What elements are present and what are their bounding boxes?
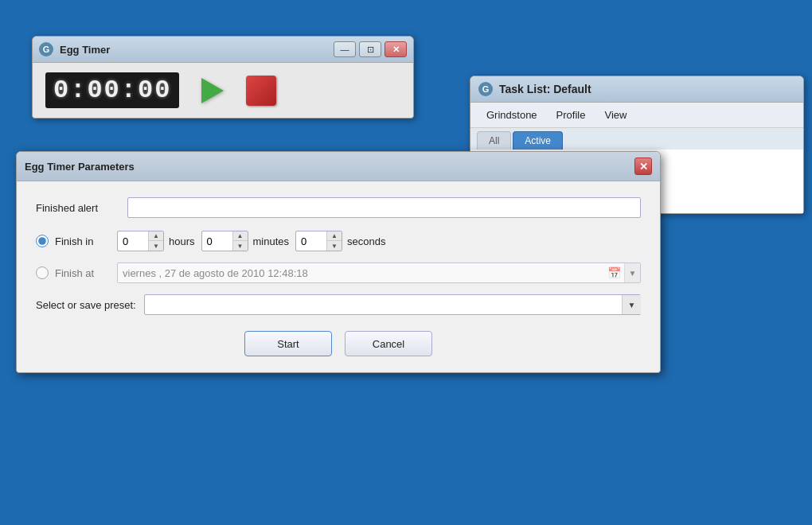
buttons-row: Start Cancel [36,331,641,356]
params-title: Egg Timer Parameters [25,161,628,173]
tasklist-title: Task List: Default [499,83,795,95]
hours-input[interactable] [118,231,148,251]
seconds-down[interactable]: ▼ [327,241,342,251]
hours-up[interactable]: ▲ [149,231,163,241]
egg-timer-titlebar: G Egg Timer — ⊡ ✕ [33,37,413,63]
timer-display: 0:00:00 [45,72,179,108]
seconds-spinner: ▲ ▼ [295,231,342,251]
finish-at-datetime[interactable]: viernes , 27 de agosto de 2010 12:48:18 … [117,262,641,283]
finished-alert-input[interactable] [127,197,641,218]
params-close-button[interactable]: ✕ [634,158,652,175]
preset-label: Select or save preset: [36,299,136,311]
calendar-button[interactable]: 📅 [603,263,624,282]
start-button[interactable]: Start [244,331,332,356]
tab-all[interactable]: All [477,131,511,150]
cancel-button[interactable]: Cancel [345,331,432,356]
params-titlebar: Egg Timer Parameters ✕ [17,152,660,181]
egg-timer-window: G Egg Timer — ⊡ ✕ 0:00:00 [32,36,414,119]
seconds-input[interactable] [296,231,326,251]
finish-at-radio[interactable] [36,266,49,279]
stop-button[interactable] [246,76,276,106]
tasklist-menubar: Grindstone Profile View [470,103,803,128]
minutes-label: minutes [253,235,290,247]
egg-timer-title: Egg Timer [60,44,327,56]
minimize-button[interactable]: — [334,41,356,57]
datetime-dropdown-button[interactable]: ▼ [624,263,640,282]
close-button[interactable]: ✕ [385,41,407,57]
finished-alert-row: Finished alert [36,197,641,218]
params-body: Finished alert Finish in ▲ ▼ hours [17,181,660,372]
finished-alert-label: Finished alert [36,202,119,214]
egg-timer-controls: — ⊡ ✕ [334,41,407,57]
preset-row: Select or save preset: ▼ [36,294,641,315]
minutes-up[interactable]: ▲ [233,231,248,241]
seconds-label: seconds [347,235,385,247]
egg-timer-body: 0:00:00 [33,63,413,118]
preset-select-wrapper: ▼ [144,294,641,315]
tasklist-titlebar: G Task List: Default [470,76,803,103]
tasklist-icon: G [478,82,493,96]
hours-down[interactable]: ▼ [149,241,163,251]
minutes-spinner: ▲ ▼ [201,231,248,251]
egg-timer-icon: G [39,42,53,56]
seconds-arrows: ▲ ▼ [326,231,342,251]
finish-at-label: Finish at [55,267,111,279]
play-icon [201,78,224,103]
tab-active[interactable]: Active [513,131,563,150]
menu-view[interactable]: View [595,106,636,124]
tasklist-tabs: All Active [470,128,803,150]
seconds-up[interactable]: ▲ [327,231,342,241]
menu-grindstone[interactable]: Grindstone [477,106,547,124]
minutes-arrows: ▲ ▼ [232,231,248,251]
datetime-text: viernes , 27 de agosto de 2010 12:48:18 [123,267,603,279]
hours-spinner-group: ▲ ▼ hours [117,231,195,251]
minutes-input[interactable] [202,231,232,251]
seconds-spinner-group: ▲ ▼ seconds [295,231,385,251]
menu-profile[interactable]: Profile [547,106,595,124]
hours-label: hours [169,235,195,247]
preset-select[interactable] [144,294,641,315]
finish-in-radio[interactable] [36,235,49,247]
finish-at-row: Finish at viernes , 27 de agosto de 2010… [36,262,641,283]
hours-spinner: ▲ ▼ [117,231,164,251]
play-button[interactable] [195,76,230,106]
hours-arrows: ▲ ▼ [148,231,163,251]
minutes-down[interactable]: ▼ [233,241,248,251]
restore-button[interactable]: ⊡ [359,41,381,57]
finish-in-row: Finish in ▲ ▼ hours ▲ ▼ [36,231,641,251]
params-dialog: Egg Timer Parameters ✕ Finished alert Fi… [16,151,661,373]
minutes-spinner-group: ▲ ▼ minutes [201,231,290,251]
finish-in-label: Finish in [55,235,111,247]
